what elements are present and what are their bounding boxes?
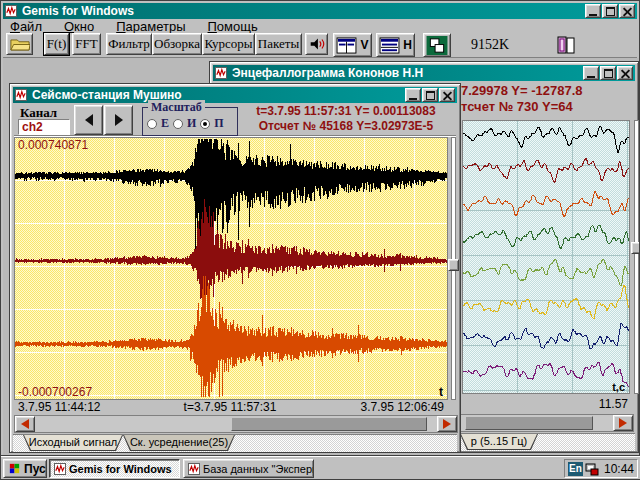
tile-vertical-icon [336, 37, 357, 54]
right-triangle-icon [115, 114, 123, 126]
eeg-minimize-button[interactable] [583, 66, 599, 80]
scroll-right-button[interactable] [437, 416, 457, 432]
eeg-trace-1 [463, 126, 629, 152]
tile-horizontal-button[interactable]: H [376, 33, 415, 57]
tab-averaging[interactable]: Ск. усреднение(25) [123, 435, 235, 451]
start-label: Пуск [24, 462, 47, 476]
left-triangle-icon [85, 114, 93, 126]
app-window: Gemis for Windows Файл Окно Параметры По… [0, 0, 640, 480]
memory-indicator: 9152K [471, 37, 509, 53]
eeg-tab-filter[interactable]: р (5..15 Гц) [460, 434, 538, 450]
eeg-vertical-slider[interactable] [631, 120, 639, 394]
app-title: Gemis for Windows [22, 4, 134, 19]
tile-horizontal-icon [379, 37, 400, 54]
scale-option-label: Е [161, 116, 169, 131]
slider-thumb[interactable] [631, 242, 639, 254]
restore-button[interactable] [602, 4, 618, 18]
slider-thumb[interactable] [448, 259, 459, 271]
start-button[interactable]: Пуск [3, 459, 47, 478]
app-titlebar[interactable]: Gemis for Windows [3, 3, 637, 19]
system-tray: En 10:44 [564, 459, 638, 478]
tray-device-icon[interactable] [585, 462, 599, 476]
scale-radio-e[interactable] [147, 119, 157, 129]
right-arrow-icon [619, 418, 627, 428]
y-max-label: 0.000740871 [18, 138, 88, 152]
scale-radio-p[interactable] [200, 119, 210, 129]
scroll-right-button[interactable] [613, 415, 633, 431]
eeg-trace-6 [463, 286, 629, 319]
seismo-cursor-readout: t=3.7.95 11:57:31 Y= 0.00113083 Отсчет №… [236, 104, 456, 134]
minimize-button[interactable] [585, 4, 601, 18]
eeg-maximize-button[interactable] [600, 66, 616, 80]
eeg-close-button[interactable] [617, 66, 633, 80]
eeg-cursor-line1: 7.29978 Y= -12787.8 [461, 83, 583, 99]
task-gemis[interactable]: Gemis for Windows [49, 459, 180, 478]
channel-input[interactable] [18, 119, 70, 135]
tab-source-signal[interactable]: Исходный сигнал [23, 435, 123, 451]
close-button[interactable] [619, 4, 635, 18]
menu-window[interactable]: Окно [64, 20, 94, 33]
slider-track [634, 120, 639, 394]
channel-next-button[interactable] [104, 105, 133, 135]
folder-icon [10, 37, 30, 52]
tile-vertical-button[interactable]: V [333, 33, 372, 57]
seismo-maximize-button[interactable] [422, 88, 438, 102]
eeg-hscroll-thumb[interactable] [465, 416, 593, 430]
seismo-minimize-button[interactable] [405, 88, 421, 102]
close-icon [623, 7, 632, 16]
seismo-traces [15, 138, 447, 399]
language-indicator[interactable]: En [568, 462, 583, 476]
seismo-chart[interactable]: 0.000740871 -0.000700267 t [14, 137, 448, 400]
minimize-icon [587, 76, 595, 78]
task-database[interactable]: База данных "Экспериме... [183, 459, 314, 478]
scroll-left-button[interactable] [15, 416, 35, 432]
seismo-hscroll-thumb[interactable] [231, 417, 427, 431]
menu-file[interactable]: Файл [10, 20, 42, 33]
fft-button[interactable]: FFT [72, 33, 101, 55]
ft-button[interactable]: F(t) [44, 33, 69, 55]
menu-parameters[interactable]: Параметры [116, 20, 185, 33]
minimize-icon [409, 98, 417, 100]
seismo-tabstrip: Исходный сигнал Ск. усреднение(25) [13, 434, 457, 452]
scale-radio-i[interactable] [173, 119, 183, 129]
speaker-icon [308, 35, 326, 53]
task-icon [54, 463, 66, 475]
seismo-vertical-slider[interactable] [448, 137, 459, 400]
right-arrow-icon [443, 419, 451, 429]
menu-help[interactable]: Помощь [208, 20, 258, 33]
menu-bar: Файл Окно Параметры Помощь [3, 20, 637, 33]
seismo-hscrollbar[interactable] [14, 415, 458, 433]
exit-button[interactable] [552, 33, 580, 57]
windows-flag-icon [8, 462, 21, 475]
seismo-close-button[interactable] [439, 88, 455, 102]
cursors-button[interactable]: Курсоры [202, 33, 255, 55]
app-icon [5, 5, 17, 17]
eeg-titlebar[interactable]: Энцефаллограмма Кононов Н.Н [213, 65, 635, 81]
overview-button[interactable]: Обзорка [152, 33, 202, 55]
seismo-trace-3 [15, 276, 446, 397]
filter-button[interactable]: Фильтр [106, 33, 152, 55]
eeg-trace-4 [463, 225, 629, 249]
task-icon [188, 463, 200, 475]
eeg-trace-2 [463, 158, 629, 182]
seismo-trace-2 [15, 199, 446, 306]
sound-button[interactable] [305, 33, 328, 55]
open-file-button[interactable] [6, 33, 33, 55]
eeg-trace-7 [463, 323, 629, 349]
eeg-chart[interactable]: t,c [462, 120, 630, 394]
time-end: 3.7.95 12:06:49 [361, 400, 444, 414]
seismo-window: Сейсмо-станция Мушино Канал Масштаб Е [9, 83, 461, 453]
exit-door-icon [555, 35, 577, 55]
toolbar: F(t) FFT Фильтр Обзорка Курсоры Пакеты V… [3, 33, 637, 58]
packets-button[interactable]: Пакеты [255, 33, 302, 55]
eeg-window-icon [215, 67, 227, 79]
tile-vertical-label: V [360, 38, 368, 52]
seismo-controls: Канал Масштаб Е И П t=3.7.95 11:57:31 Y=… [14, 104, 456, 136]
eeg-traces [463, 121, 629, 393]
eeg-x-axis-label: t,c [612, 381, 625, 393]
y-min-label: -0.000700267 [18, 385, 92, 399]
channel-prev-button[interactable] [74, 105, 103, 135]
seismo-titlebar[interactable]: Сейсмо-станция Мушино [13, 87, 457, 103]
tile-horizontal-label: H [403, 38, 412, 52]
cascade-button[interactable] [423, 33, 451, 57]
